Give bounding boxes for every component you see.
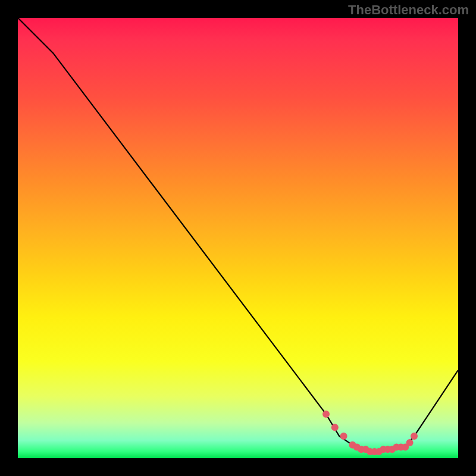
marker-dot — [322, 411, 330, 418]
chart-svg — [18, 18, 458, 458]
chart-line — [18, 18, 458, 452]
watermark-text: TheBottleneck.com — [348, 2, 469, 18]
marker-dot — [331, 424, 339, 431]
marker-dot — [411, 433, 418, 440]
marker-dot — [406, 439, 414, 446]
marker-dot — [340, 433, 347, 440]
chart-plot-area — [18, 18, 458, 458]
